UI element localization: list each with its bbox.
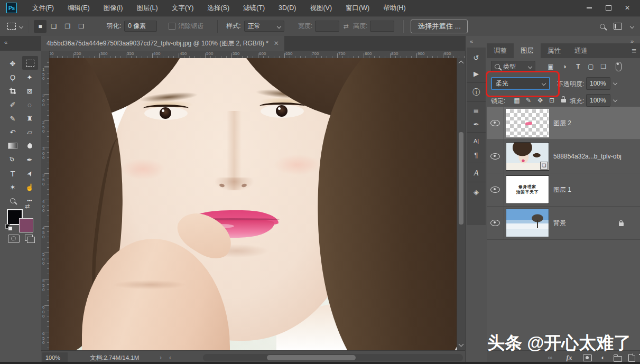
lock-position-button[interactable]: ✥: [535, 95, 545, 106]
chevron-down-icon[interactable]: [630, 24, 634, 28]
tab-adjustments[interactable]: 调整: [487, 43, 514, 58]
collapse-toolbar-icon[interactable]: «: [4, 39, 7, 45]
vertical-scroll-thumb[interactable]: [459, 132, 463, 225]
opacity-chevron-icon[interactable]: [613, 81, 617, 85]
collapse-dock-icon[interactable]: «: [470, 38, 473, 44]
minimize-button[interactable]: [580, 0, 599, 16]
filter-shape-layers-button[interactable]: ▢: [585, 61, 597, 72]
lock-paint-button[interactable]: ✎: [523, 95, 534, 106]
menu-layer[interactable]: 图层(L): [129, 0, 164, 16]
3d-panel-icon[interactable]: ◈: [467, 185, 486, 199]
path-selection-tool-button[interactable]: ➤: [22, 167, 37, 180]
filter-pixel-layers-button[interactable]: ▣: [545, 61, 556, 72]
actions-panel-icon[interactable]: ▶: [467, 67, 486, 80]
menu-help[interactable]: 帮助(H): [376, 0, 412, 16]
layer-name[interactable]: 588854a32a...b_tplv-obj: [553, 140, 622, 173]
visibility-toggle[interactable]: [487, 107, 504, 139]
menu-image[interactable]: 图像(I): [97, 0, 130, 16]
height-input[interactable]: [370, 21, 394, 32]
brushes-panel-icon[interactable]: ✒: [467, 117, 486, 131]
canvas-image[interactable]: [49, 58, 457, 350]
info-panel-icon[interactable]: ⓘ: [467, 86, 486, 99]
paragraph-panel-icon[interactable]: ¶: [467, 148, 486, 162]
gradient-tool-button[interactable]: [5, 139, 20, 152]
close-button[interactable]: ✕: [618, 0, 637, 16]
layer-row-smart-object[interactable]: ❏ 588854a32a...b_tplv-obj: [487, 140, 640, 173]
style-select[interactable]: 正常: [244, 21, 284, 32]
menu-edit[interactable]: 编辑(E): [61, 0, 97, 16]
tab-properties[interactable]: 属性: [541, 43, 568, 58]
lock-all-button[interactable]: [558, 95, 569, 106]
tool-preset-picker[interactable]: [7, 23, 23, 30]
background-lock-icon[interactable]: [619, 220, 624, 228]
swap-colors-icon[interactable]: ⇄: [25, 203, 30, 210]
character-panel-icon[interactable]: A|: [467, 134, 486, 148]
workspace-icon[interactable]: [614, 23, 622, 30]
dodge-tool-button[interactable]: ϙ: [5, 153, 20, 166]
menu-type[interactable]: 文字(Y): [165, 0, 201, 16]
zoom-tool-button[interactable]: [5, 194, 20, 207]
quick-mask-button[interactable]: [8, 235, 20, 243]
eyedropper-tool-button[interactable]: ✐: [5, 98, 20, 111]
history-panel-icon[interactable]: ↺: [467, 51, 486, 64]
visibility-toggle[interactable]: [487, 207, 504, 239]
clone-stamp-tool-button[interactable]: ♜: [22, 112, 37, 125]
crop-tool-button[interactable]: [5, 85, 20, 97]
intersect-selection-button[interactable]: ❒: [75, 20, 88, 33]
brush-settings-panel-icon[interactable]: ≣: [467, 104, 486, 117]
search-icon[interactable]: [600, 24, 605, 29]
menu-3d[interactable]: 3D(D): [272, 0, 303, 16]
opacity-input[interactable]: 100%: [586, 77, 610, 90]
zoom-level-input[interactable]: 100%: [42, 352, 68, 363]
layer-thumbnail[interactable]: [506, 109, 549, 137]
blend-mode-dropdown[interactable]: 柔光: [491, 77, 550, 90]
lock-transparency-button[interactable]: ▦: [512, 95, 522, 106]
visibility-toggle[interactable]: [487, 140, 504, 173]
layer-row-layer1[interactable]: 修身理家 治国平天下 图层 1: [487, 173, 640, 207]
default-colors-icon[interactable]: [5, 224, 13, 230]
feather-input[interactable]: 0 像素: [124, 21, 157, 32]
shape-tool-button[interactable]: ✶: [5, 181, 20, 193]
layer-name[interactable]: 图层 1: [553, 173, 571, 206]
lock-artboard-button[interactable]: ⊡: [546, 95, 557, 106]
layer-name[interactable]: 图层 2: [553, 107, 571, 139]
layer-row-background[interactable]: 背景: [487, 207, 640, 240]
select-and-mask-button[interactable]: 选择并遮住 ...: [411, 20, 467, 33]
fill-chevron-icon[interactable]: [613, 98, 617, 102]
horizontal-scrollbar[interactable]: [203, 354, 463, 361]
tab-channels[interactable]: 通道: [568, 43, 595, 58]
quick-selection-tool-button[interactable]: ✦: [22, 71, 37, 83]
filter-adjustment-layers-button[interactable]: ◑: [559, 61, 570, 72]
antialias-checkbox[interactable]: [169, 23, 175, 30]
pen-tool-button[interactable]: ✒: [22, 153, 37, 166]
background-color-swatch[interactable]: [19, 218, 33, 232]
filter-type-layers-button[interactable]: T: [572, 61, 584, 72]
eraser-tool-button[interactable]: ▱: [22, 126, 37, 138]
layer-thumbnail[interactable]: ❏: [506, 142, 549, 171]
menu-view[interactable]: 视图(V): [303, 0, 339, 16]
lasso-tool-button[interactable]: Ϙ: [5, 71, 20, 83]
menu-file[interactable]: 文件(F): [25, 0, 61, 16]
horizontal-scroll-thumb[interactable]: [267, 355, 356, 360]
antialias-control[interactable]: 消除锯齿: [169, 22, 203, 31]
width-input[interactable]: [315, 21, 339, 32]
glyphs-panel-icon[interactable]: A: [467, 166, 486, 180]
scroll-up-icon[interactable]: [459, 61, 464, 66]
document-tab[interactable]: 4b5bd36a75da444e9750f3aa9037cd72_tplv-ob…: [41, 36, 284, 51]
blur-tool-button[interactable]: [22, 139, 37, 152]
layer-thumbnail[interactable]: [506, 209, 549, 237]
history-brush-tool-button[interactable]: ↶: [5, 126, 20, 138]
frame-tool-button[interactable]: ⊠: [22, 85, 37, 97]
maximize-button[interactable]: [599, 0, 618, 16]
vertical-scrollbar[interactable]: [457, 58, 466, 350]
healing-brush-tool-button[interactable]: ◌: [22, 98, 37, 111]
layer-row-layer2[interactable]: 图层 2: [487, 107, 640, 140]
fill-input[interactable]: 100%: [586, 94, 610, 107]
screen-mode-button[interactable]: [25, 235, 33, 241]
add-selection-button[interactable]: ❏: [48, 20, 60, 33]
swap-dimensions-icon[interactable]: ⇄: [344, 23, 349, 30]
visibility-toggle[interactable]: [487, 173, 504, 206]
tab-layers[interactable]: 图层: [514, 43, 541, 58]
layer-thumbnail[interactable]: 修身理家 治国平天下: [506, 175, 549, 204]
close-tab-icon[interactable]: ✕: [274, 40, 279, 47]
